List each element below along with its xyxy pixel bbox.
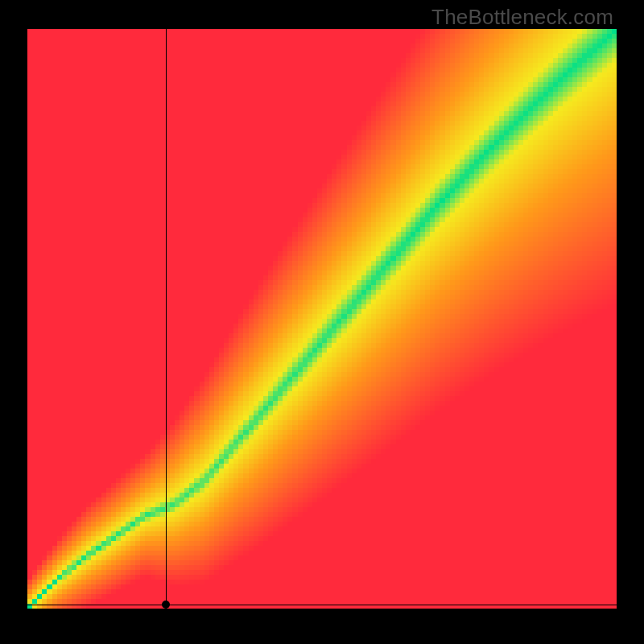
watermark-text: TheBottleneck.com — [431, 5, 613, 30]
bottleneck-heatmap — [27, 29, 617, 609]
